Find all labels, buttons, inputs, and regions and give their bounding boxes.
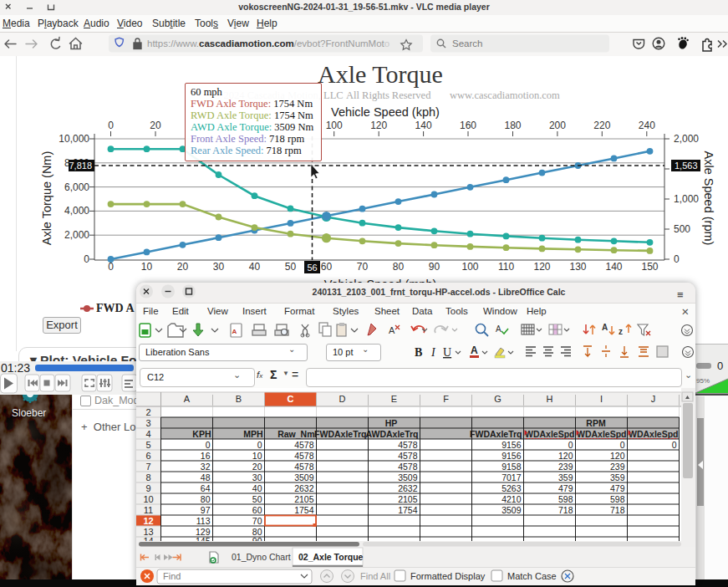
svg-text:4210: 4210	[501, 494, 522, 504]
svg-text:B: B	[415, 346, 422, 359]
svg-text:7017: 7017	[501, 472, 522, 482]
svg-text:120: 120	[370, 120, 387, 131]
svg-text:4: 4	[145, 429, 150, 439]
svg-text:2,000: 2,000	[64, 229, 89, 241]
svg-text:100: 100	[461, 261, 478, 273]
svg-text:B: B	[236, 394, 242, 404]
svg-text:30: 30	[252, 472, 262, 482]
svg-text:50: 50	[285, 261, 297, 273]
svg-text:0: 0	[108, 120, 114, 131]
svg-text:16: 16	[201, 451, 211, 461]
svg-text:200: 200	[549, 120, 566, 131]
svg-text:100: 100	[326, 120, 343, 131]
svg-text:2105: 2105	[398, 494, 418, 504]
svg-text:6,000: 6,000	[64, 181, 89, 193]
svg-text:239: 239	[558, 462, 573, 472]
svg-text:z: z	[619, 327, 623, 336]
svg-text:Find All: Find All	[360, 571, 390, 581]
svg-text:598: 598	[610, 494, 625, 504]
svg-text:12: 12	[143, 516, 153, 526]
svg-text:A: A	[602, 323, 608, 332]
svg-text:120: 120	[558, 451, 573, 461]
svg-text:5263: 5263	[501, 483, 522, 493]
svg-text:2632: 2632	[294, 483, 314, 493]
svg-text:RPM: RPM	[586, 418, 606, 428]
svg-text:E: E	[391, 394, 397, 404]
svg-text:0: 0	[620, 440, 625, 450]
svg-text:MPH: MPH	[243, 429, 262, 439]
svg-text:240: 240	[639, 120, 655, 131]
svg-text:0: 0	[108, 261, 114, 273]
svg-text:F: F	[443, 394, 449, 404]
svg-text:20: 20	[252, 462, 262, 472]
svg-text:220: 220	[593, 120, 610, 131]
svg-text:97: 97	[201, 505, 211, 515]
svg-text:718: 718	[558, 505, 573, 515]
svg-text:598: 598	[558, 494, 573, 504]
svg-text:3509: 3509	[501, 505, 522, 515]
svg-text:3509: 3509	[398, 472, 418, 482]
svg-text:4578: 4578	[398, 462, 418, 472]
svg-text:2,000: 2,000	[674, 133, 699, 145]
svg-text:0: 0	[568, 440, 573, 450]
svg-text:HP: HP	[385, 418, 398, 428]
svg-text:U: U	[443, 346, 451, 359]
svg-text:2105: 2105	[294, 494, 314, 504]
svg-text:9156: 9156	[501, 440, 522, 450]
svg-text:129: 129	[196, 527, 211, 537]
svg-text:80: 80	[201, 494, 211, 504]
svg-text:Formatted Display: Formatted Display	[410, 571, 486, 581]
svg-text:10: 10	[143, 494, 153, 504]
svg-text:50: 50	[252, 494, 262, 504]
svg-text:140: 140	[415, 120, 432, 131]
svg-text:0: 0	[674, 253, 680, 265]
svg-text:70: 70	[357, 261, 369, 273]
svg-text:3: 3	[145, 418, 150, 428]
svg-text:113: 113	[196, 516, 211, 526]
svg-text:0: 0	[206, 440, 211, 450]
svg-text:Raw_Nm: Raw_Nm	[277, 429, 314, 439]
svg-text:0: 0	[84, 253, 89, 265]
svg-text:4578: 4578	[294, 451, 314, 461]
svg-text:13: 13	[143, 527, 153, 537]
svg-text:239: 239	[610, 462, 625, 472]
svg-text:WDAxleSpd: WDAxleSpd	[577, 429, 627, 439]
svg-text:10: 10	[252, 451, 262, 461]
svg-text:A: A	[471, 345, 478, 356]
svg-text:G: G	[494, 394, 501, 404]
svg-text:120: 120	[610, 451, 625, 461]
svg-text:479: 479	[610, 483, 625, 493]
svg-text:48: 48	[201, 472, 211, 482]
svg-text:C: C	[288, 394, 294, 404]
svg-text:A: A	[184, 394, 191, 404]
svg-text:64: 64	[201, 483, 211, 493]
svg-text:1,000: 1,000	[674, 193, 699, 205]
svg-text:5: 5	[145, 440, 150, 450]
svg-text:479: 479	[558, 483, 573, 493]
svg-text:90: 90	[429, 261, 440, 273]
svg-text:I: I	[600, 394, 603, 404]
svg-text:H: H	[547, 394, 553, 404]
svg-text:359: 359	[558, 472, 573, 482]
svg-text:WDAxleSpd: WDAxleSpd	[525, 429, 575, 439]
svg-text:4578: 4578	[294, 440, 314, 450]
svg-text:3509: 3509	[294, 472, 314, 482]
svg-text:718: 718	[610, 505, 625, 515]
svg-text:A: A	[389, 325, 395, 335]
svg-text:70: 70	[252, 516, 262, 526]
svg-text:7: 7	[145, 462, 150, 472]
svg-text:9156: 9156	[501, 451, 522, 461]
svg-text:WDAxleSpd: WDAxleSpd	[629, 429, 679, 439]
svg-text:KPH: KPH	[192, 429, 211, 439]
svg-text:30: 30	[213, 261, 225, 273]
svg-text:D: D	[339, 394, 346, 404]
svg-text:A: A	[232, 328, 237, 335]
svg-text:40: 40	[252, 483, 262, 493]
svg-text:140: 140	[605, 261, 622, 273]
svg-text:32: 32	[201, 462, 211, 472]
svg-text:80: 80	[252, 527, 262, 537]
svg-text:01_Dyno Chart: 01_Dyno Chart	[232, 552, 291, 562]
svg-text:7,818: 7,818	[69, 161, 92, 171]
svg-text:60: 60	[252, 505, 262, 515]
svg-text:0: 0	[672, 440, 677, 450]
